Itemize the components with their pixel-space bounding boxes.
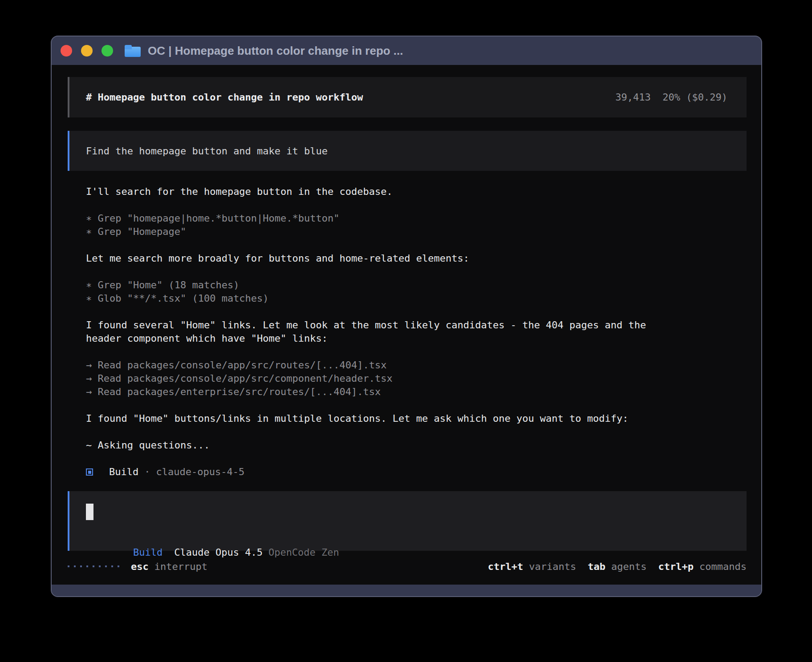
indicator-dot: [99, 565, 101, 567]
assistant-text-line: I found several "Home" links. Let me loo…: [86, 319, 731, 332]
prompt-input[interactable]: BuildClaude Opus 4.5OpenCode Zen: [68, 491, 747, 551]
model-provider: OpenCode Zen: [268, 547, 339, 558]
indicator-dot: [86, 565, 88, 567]
indicator-dot: [118, 565, 119, 567]
blank-line: [86, 198, 731, 212]
window-titlebar[interactable]: OC | Homepage button color change in rep…: [52, 36, 761, 65]
session-title: # Homepage button color change in repo w…: [86, 92, 363, 103]
assistant-text-line: I found "Home" buttons/links in multiple…: [86, 412, 731, 425]
zoom-button[interactable]: [102, 45, 113, 57]
close-button[interactable]: [61, 45, 72, 57]
hints-left: escinterrupt: [68, 561, 207, 572]
indicator-dot: [80, 565, 82, 567]
terminal-content: # Homepage button color change in repo w…: [52, 65, 761, 585]
traffic-lights: [61, 45, 113, 57]
separator-dot: ·: [144, 465, 150, 479]
assistant-text-line: I'll search for the homepage button in t…: [86, 185, 731, 198]
blank-line: [86, 452, 731, 465]
agent-model: claude-opus-4-5: [156, 465, 244, 479]
assistant-text-line: Let me search more broadly for buttons a…: [86, 252, 731, 265]
session-stats: 39,413 20% ($0.29): [615, 92, 727, 103]
blank-line: [86, 265, 731, 279]
hint-key: esc: [131, 561, 149, 572]
blank-line: [86, 425, 731, 439]
folder-icon: [125, 45, 141, 57]
keybind-hint-agents: tabagents: [588, 561, 646, 572]
tool-call-line: → Read packages/console/app/src/componen…: [86, 372, 731, 385]
blank-line: [86, 345, 731, 359]
keybind-hints: escinterrupt ctrl+tvariantstabagentsctrl…: [68, 560, 747, 573]
keybind-hint-commands: ctrl+pcommands: [658, 561, 747, 572]
blank-line: [86, 305, 731, 319]
tool-call-line: ∗ Glob "**/*.tsx" (100 matches): [86, 292, 731, 305]
hint-label: agents: [611, 561, 646, 572]
window-bottom-edge: [52, 585, 761, 596]
indicator-dot: [68, 565, 69, 567]
window-title: OC | Homepage button color change in rep…: [148, 44, 403, 58]
hints-right: ctrl+tvariantstabagentsctrl+pcommands: [488, 561, 747, 572]
agent-status-line: Build·claude-opus-4-5: [86, 465, 731, 479]
hint-key: ctrl+p: [658, 561, 694, 572]
tool-call-line: ∗ Grep "Homepage": [86, 225, 731, 238]
indicator-dot: [105, 565, 107, 567]
assistant-text-line: ~ Asking questions...: [86, 439, 731, 452]
hint-label: interrupt: [154, 561, 207, 572]
indicator-dot: [74, 565, 76, 567]
text-cursor: [86, 504, 93, 520]
model-row: BuildClaude Opus 4.5OpenCode Zen: [86, 533, 727, 546]
minimize-button[interactable]: [81, 45, 93, 57]
hint-label: commands: [699, 561, 747, 572]
user-message: Find the homepage button and make it blu…: [68, 131, 747, 171]
working-indicator-dots: [68, 565, 119, 567]
conversation: I'll search for the homepage button in t…: [86, 185, 731, 479]
assistant-text-line: header component which have "Home" links…: [86, 332, 731, 345]
blank-line: [86, 399, 731, 412]
tool-call-line: ∗ Grep "Home" (18 matches): [86, 279, 731, 292]
hint-key: ctrl+t: [488, 561, 523, 572]
tool-call-line: → Read packages/enterprise/src/routes/[.…: [86, 385, 731, 399]
indicator-dot: [93, 565, 94, 567]
hint-key: tab: [588, 561, 605, 572]
agent-icon: [86, 468, 93, 476]
tool-call-line: → Read packages/console/app/src/routes/[…: [86, 359, 731, 372]
agent-name: Build: [109, 465, 138, 479]
indicator-dot: [111, 565, 113, 567]
user-message-text: Find the homepage button and make it blu…: [86, 145, 328, 157]
agent-mode-label: Build: [133, 547, 162, 558]
keybind-hint-variants: ctrl+tvariants: [488, 561, 576, 572]
blank-line: [86, 238, 731, 252]
hint-label: variants: [529, 561, 576, 572]
session-header: # Homepage button color change in repo w…: [68, 77, 747, 117]
terminal-window: OC | Homepage button color change in rep…: [51, 36, 762, 597]
model-name: Claude Opus 4.5: [174, 547, 263, 558]
tool-call-line: ∗ Grep "homepage|home.*button|Home.*butt…: [86, 212, 731, 225]
keybind-hint-interrupt: escinterrupt: [131, 561, 207, 572]
